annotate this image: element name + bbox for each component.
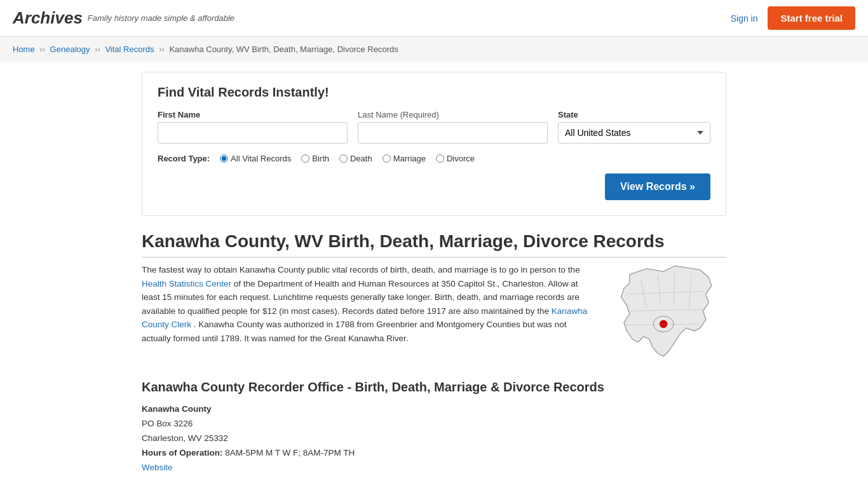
description-paragraph: The fastest way to obtain Kanawha County…: [142, 263, 597, 346]
content-area: The fastest way to obtain Kanawha County…: [142, 263, 726, 365]
search-box: Find Vital Records Instantly! First Name…: [142, 72, 726, 216]
breadcrumb-sep-3: ››: [159, 44, 165, 54]
first-name-input[interactable]: [158, 122, 348, 144]
state-group: State All United States Alabama Alaska W…: [558, 110, 710, 144]
radio-divorce-label: Divorce: [447, 154, 475, 163]
radio-all-vital-label: All Vital Records: [231, 154, 291, 163]
site-header: Archives Family history made simple & af…: [0, 0, 868, 37]
radio-marriage[interactable]: Marriage: [383, 154, 426, 163]
first-name-group: First Name: [158, 110, 348, 144]
record-type-row: Record Type: All Vital Records Birth Dea…: [158, 154, 710, 163]
map-area: [612, 263, 726, 365]
header-actions: Sign in Start free trial: [731, 6, 855, 30]
first-name-label: First Name: [158, 110, 348, 119]
office-po: PO Box 3226: [142, 417, 726, 431]
radio-death-label: Death: [350, 154, 372, 163]
recorder-heading: Kanawha County Recorder Office - Birth, …: [142, 380, 726, 395]
website-link-para: Website: [142, 461, 726, 475]
radio-divorce[interactable]: Divorce: [436, 154, 475, 163]
radio-birth[interactable]: Birth: [301, 154, 329, 163]
radio-marriage-input[interactable]: [383, 154, 391, 163]
breadcrumb-home[interactable]: Home: [13, 44, 35, 54]
breadcrumb-vital-records[interactable]: Vital Records: [105, 44, 154, 54]
content-text: The fastest way to obtain Kanawha County…: [142, 263, 597, 365]
radio-death[interactable]: Death: [339, 154, 372, 163]
radio-marriage-label: Marriage: [393, 154, 426, 163]
office-city: Charleston, WV 25332: [142, 431, 726, 446]
desc-p1c: . Kanawha County was authorized in 1788 …: [142, 320, 567, 343]
last-name-input[interactable]: [358, 122, 548, 144]
radio-divorce-input[interactable]: [436, 154, 444, 163]
health-stats-link[interactable]: Health Statistics Center: [142, 279, 231, 288]
logo-area: Archives Family history made simple & af…: [13, 8, 234, 28]
office-info: Kanawha County PO Box 3226 Charleston, W…: [142, 402, 726, 475]
hours-label: Hours of Operation:: [142, 448, 223, 458]
last-name-label: Last Name (Required): [358, 110, 548, 119]
breadcrumb-genealogy[interactable]: Genealogy: [50, 44, 90, 54]
logo-text: Archives: [13, 8, 83, 28]
office-hours: Hours of Operation: 8AM-5PM M T W F; 8AM…: [142, 446, 726, 461]
kanawha-marker: [660, 320, 667, 328]
last-name-group: Last Name (Required): [358, 110, 548, 144]
search-title: Find Vital Records Instantly!: [158, 85, 710, 100]
website-link[interactable]: Website: [142, 463, 173, 472]
radio-options: All Vital Records Birth Death Marriage D…: [220, 154, 475, 163]
radio-birth-input[interactable]: [301, 154, 309, 163]
state-select[interactable]: All United States Alabama Alaska West Vi…: [558, 122, 710, 144]
office-name: Kanawha County: [142, 402, 726, 417]
hours-value: 8AM-5PM M T W F; 8AM-7PM TH: [225, 448, 355, 458]
page-title: Kanawha County, WV Birth, Death, Marriag…: [142, 231, 726, 258]
radio-all-vital[interactable]: All Vital Records: [220, 154, 291, 163]
radio-birth-label: Birth: [312, 154, 329, 163]
sign-in-link[interactable]: Sign in: [731, 13, 758, 24]
radio-death-input[interactable]: [339, 154, 348, 163]
breadcrumb-current: Kanawha County, WV Birth, Death, Marriag…: [169, 44, 398, 54]
desc-p1a: The fastest way to obtain Kanawha County…: [142, 265, 580, 274]
view-records-button[interactable]: View Records »: [605, 173, 710, 200]
logo-tagline: Family history made simple & affordable: [88, 13, 234, 23]
state-label: State: [558, 110, 710, 119]
search-fields: First Name Last Name (Required) State Al…: [158, 110, 710, 144]
breadcrumb: Home ›› Genealogy ›› Vital Records ›› Ka…: [0, 37, 868, 62]
main-content: Find Vital Records Instantly! First Name…: [129, 62, 739, 485]
start-trial-button[interactable]: Start free trial: [768, 6, 855, 30]
radio-all-vital-input[interactable]: [220, 154, 228, 163]
record-type-label: Record Type:: [158, 154, 210, 163]
wv-map: [612, 263, 726, 365]
breadcrumb-sep-2: ››: [95, 44, 100, 54]
breadcrumb-sep-1: ››: [39, 44, 45, 54]
